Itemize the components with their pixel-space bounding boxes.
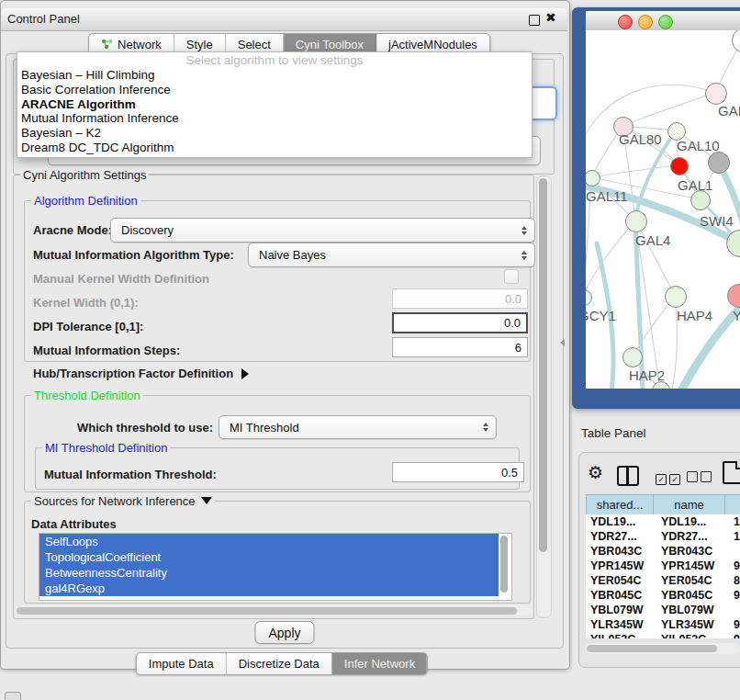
table-cell: YDR27... [586, 529, 656, 544]
node-gal1[interactable] [690, 190, 711, 210]
which-threshold-label: Which threshold to use: [77, 421, 213, 435]
table-row[interactable]: YBR043CYBR043C [586, 544, 740, 559]
dpi-tolerance-input[interactable]: 0.0 [392, 312, 528, 333]
algorithm-popup-prompt: Select algorithm to view settings [17, 52, 532, 68]
mi-type-label: Mutual Information Algorithm Type: [33, 248, 234, 262]
node-gal10-label: GAL10 [677, 138, 720, 153]
column-header-shared[interactable]: shared... [587, 495, 654, 515]
table-row[interactable]: YBR045CYBR045C9. [586, 588, 740, 603]
stepper-arrows-icon [521, 251, 527, 260]
tab-label: Discretize Data [239, 657, 320, 671]
table-cell: 12 [732, 529, 740, 544]
aracne-mode-select[interactable]: Discovery [110, 218, 535, 243]
node-gray[interactable] [708, 152, 730, 174]
minimize-traffic-light[interactable] [638, 15, 653, 29]
mi-threshold-input[interactable]: 0.5 [392, 462, 524, 482]
table-row[interactable]: YDR27...YDR27...12 [586, 529, 740, 544]
column-header-name[interactable]: name [654, 495, 725, 515]
node-red[interactable] [670, 157, 689, 175]
stepper-arrows-icon [521, 226, 527, 235]
attribute-item-gal4rgexp[interactable]: gal4RGexp [39, 581, 499, 596]
node-gal1-label: GAL1 [678, 177, 712, 193]
mi-type-value: Naive Bayes [259, 248, 326, 262]
attribute-item-betweennesscentrality[interactable]: BetweennessCentrality [39, 565, 499, 581]
sources-title: Sources for Network Inference [34, 494, 196, 508]
select-all-columns-icon[interactable]: ✓✓ [656, 469, 683, 486]
window-title: Control Panel [7, 12, 80, 26]
minimized-panel-icon[interactable] [5, 692, 21, 700]
expand-right-icon [241, 368, 249, 379]
table-row[interactable]: YDL19...YDL19...13 [586, 514, 740, 529]
attribute-list-scrollbar-thumb[interactable] [500, 536, 508, 593]
bottom-tab-bar: Impute DataDiscretize DataInfer Network [136, 652, 428, 675]
cyni-algorithm-settings-title: Cyni Algorithm Settings [20, 168, 149, 182]
table-row[interactable]: YBL079WYBL079W [586, 603, 740, 617]
node-gal80-label: GAL80 [619, 131, 662, 147]
attribute-item-topologicalcoefficient[interactable]: TopologicalCoefficient [39, 549, 499, 565]
table-row[interactable]: YIL052CYIL052C9 [586, 632, 740, 638]
algorithm-option-bayesian-hill-climbing[interactable]: Bayesian – Hill Climbing [17, 68, 532, 83]
table-cell: YBR045C [656, 588, 732, 603]
node-gal-pink[interactable] [705, 83, 727, 105]
table-cell: YBR043C [656, 544, 732, 559]
algorithm-option-dream8-dc-tdc-algorithm[interactable]: Dream8 DC_TDC Algorithm [17, 141, 532, 155]
table-cell: YBL079W [656, 603, 732, 617]
algorithm-option-mutual-information-inference[interactable]: Mutual Information Inference [17, 111, 532, 126]
network-canvas[interactable]: GALGAL80GAL10GAL11GAL1SWI4GAL4GCY1HAP4YH… [586, 30, 740, 389]
node-hap4[interactable] [665, 286, 687, 308]
mi-type-select[interactable]: Naive Bayes [248, 243, 535, 267]
mi-threshold-group-title: MI Threshold Definition [42, 441, 170, 455]
zoom-traffic-light[interactable] [658, 15, 673, 29]
table-cell: 9. [732, 559, 740, 573]
table-row[interactable]: YPR145WYPR145W9. [586, 559, 740, 573]
algorithm-definition-title: Algorithm Definition [31, 194, 140, 208]
settings-vertical-scrollbar-thumb[interactable] [539, 178, 547, 552]
close-traffic-light[interactable] [618, 15, 633, 29]
algorithm-option-basic-correlation-inference[interactable]: Basic Correlation Inference [17, 83, 532, 97]
float-window-icon[interactable] [529, 15, 540, 26]
table-row[interactable]: YER054CYER054C8. [586, 573, 740, 588]
table-cell: YLR345W [656, 617, 732, 632]
node-gal-pink-label: GAL [718, 103, 740, 119]
columns-icon[interactable] [617, 466, 639, 486]
hub-definition-expander[interactable]: Hub/Transcription Factor Definition [33, 367, 249, 380]
table-cell [732, 603, 740, 617]
node-gal4-label: GAL4 [635, 232, 670, 248]
settings-horizontal-scrollbar-thumb[interactable] [17, 607, 517, 615]
kernel-width-label: Kernel Width (0,1): [33, 296, 139, 310]
table-horizontal-scrollbar[interactable] [584, 643, 740, 654]
kernel-width-input[interactable]: 0.0 [392, 288, 528, 309]
table-cell: YPR145W [586, 559, 656, 573]
sources-expander[interactable]: Sources for Network Inference [31, 494, 215, 508]
algorithm-option-aracne-algorithm[interactable]: ARACNE Algorithm [17, 97, 532, 112]
deselect-all-columns-icon[interactable] [687, 469, 714, 486]
new-table-icon[interactable] [723, 461, 740, 484]
node-hap2[interactable] [622, 347, 643, 367]
table-cell: YIL052C [656, 632, 732, 638]
control-panel-titlebar [1, 8, 567, 31]
close-icon[interactable]: ✖ [545, 10, 556, 25]
algorithm-option-bayesian-k2[interactable]: Bayesian – K2 [17, 126, 532, 141]
table-cell: 8. [732, 573, 740, 588]
table-horizontal-scrollbar-thumb[interactable] [587, 645, 717, 652]
tab-label: Style [186, 38, 213, 51]
table-header: shared...nameA [586, 494, 740, 515]
manual-kernel-label: Manual Kernel Width Definition [33, 272, 209, 286]
which-threshold-select[interactable]: MI Threshold [219, 415, 497, 439]
bottom-tab-impute-data[interactable]: Impute Data [137, 653, 227, 674]
gear-icon[interactable]: ⚙ [588, 462, 603, 482]
mi-steps-input[interactable]: 6 [392, 337, 528, 357]
manual-kernel-checkbox[interactable] [504, 269, 519, 284]
data-attributes-label: Data Attributes [31, 517, 117, 531]
node-gal4[interactable] [625, 210, 647, 232]
node-salmon-label: Y [733, 308, 740, 323]
splitter-handle[interactable] [560, 339, 565, 346]
settings-vertical-scrollbar[interactable] [536, 175, 552, 618]
settings-horizontal-scrollbar[interactable] [15, 605, 531, 615]
attribute-item-selfloops[interactable]: SelfLoops [39, 534, 499, 549]
apply-button[interactable]: Apply [254, 621, 314, 644]
column-header-a[interactable]: A [725, 495, 740, 515]
bottom-tab-infer-network[interactable]: Infer Network [332, 653, 427, 674]
bottom-tab-discretize-data[interactable]: Discretize Data [227, 653, 332, 674]
table-row[interactable]: YLR345WYLR345W9. [586, 617, 740, 632]
